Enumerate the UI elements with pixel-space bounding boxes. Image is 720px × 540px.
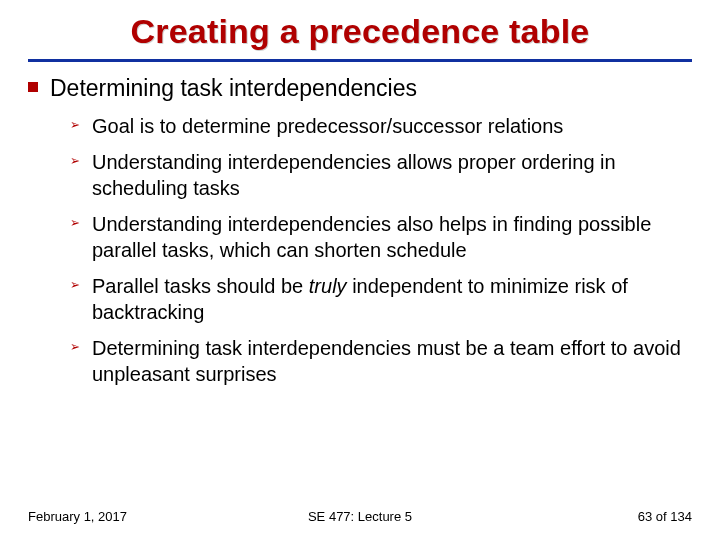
slide-title: Creating a precedence table xyxy=(28,12,692,57)
sub-bullet: ➢ Determining task interdependencies mus… xyxy=(70,335,692,387)
chevron-icon: ➢ xyxy=(70,340,80,353)
sub-bullet-text: Determining task interdependencies must … xyxy=(92,335,692,387)
slide: Creating a precedence table Determining … xyxy=(0,0,720,540)
slide-footer: February 1, 2017 SE 477: Lecture 5 63 of… xyxy=(0,509,720,524)
sub-bullet-text: Goal is to determine predecessor/success… xyxy=(92,113,563,139)
chevron-icon: ➢ xyxy=(70,278,80,291)
sub-bullet-text: Understanding interdependencies also hel… xyxy=(92,211,692,263)
main-bullet: Determining task interdependencies xyxy=(28,74,692,103)
sub-bullet: ➢ Goal is to determine predecessor/succe… xyxy=(70,113,692,139)
sub-bullet-text: Understanding interdependencies allows p… xyxy=(92,149,692,201)
footer-center: SE 477: Lecture 5 xyxy=(0,509,720,524)
chevron-icon: ➢ xyxy=(70,216,80,229)
square-bullet-icon xyxy=(28,82,38,92)
slide-body: Determining task interdependencies ➢ Goa… xyxy=(28,62,692,387)
main-bullet-text: Determining task interdependencies xyxy=(50,74,417,103)
sub-bullet-text: Parallel tasks should be truly independe… xyxy=(92,273,692,325)
chevron-icon: ➢ xyxy=(70,154,80,167)
sub-bullet: ➢ Parallel tasks should be truly indepen… xyxy=(70,273,692,325)
sub-bullet: ➢ Understanding interdependencies allows… xyxy=(70,149,692,201)
chevron-icon: ➢ xyxy=(70,118,80,131)
sub-bullet: ➢ Understanding interdependencies also h… xyxy=(70,211,692,263)
